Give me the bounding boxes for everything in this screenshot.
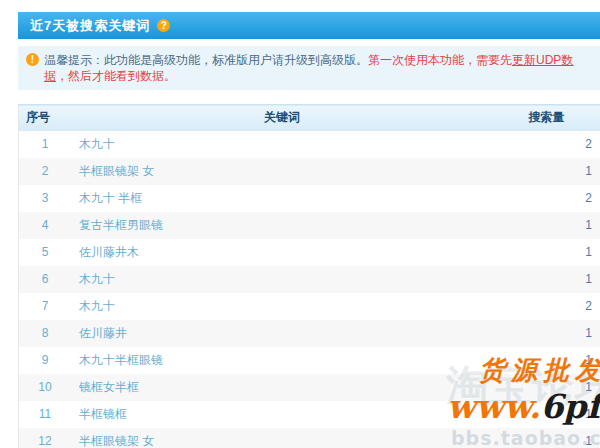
table-row: 9 木九十半框眼镜 1 <box>19 347 600 374</box>
table-row: 6 木九十 1 <box>19 266 600 293</box>
table-row: 5 佐川藤井木 1 <box>19 239 600 266</box>
row-index: 12 <box>19 428 72 448</box>
row-index: 6 <box>19 266 72 293</box>
search-volume: 2 <box>493 185 600 212</box>
row-index: 1 <box>19 131 72 158</box>
row-index: 10 <box>19 374 72 401</box>
row-index: 8 <box>19 320 72 347</box>
search-volume: 1 <box>493 239 600 266</box>
keyword-link[interactable]: 木九十 <box>79 299 115 313</box>
keyword-link[interactable]: 木九十 <box>79 272 115 286</box>
row-index: 4 <box>19 212 72 239</box>
search-volume: 1 <box>493 266 600 293</box>
search-volume: 2 <box>493 293 600 320</box>
table-row: 11 半框镜框 1 <box>19 401 600 428</box>
search-volume: 1 <box>493 401 600 428</box>
table-row: 7 木九十 2 <box>19 293 600 320</box>
keyword-link[interactable]: 木九十 半框 <box>79 191 142 205</box>
notice-text: 温馨提示：此功能是高级功能，标准版用户请升级到高级版。第一次使用本功能，需要先更… <box>44 52 592 84</box>
column-header-index: 序号 <box>19 105 72 131</box>
row-index: 11 <box>19 401 72 428</box>
content-area: 近7天被搜索关键词 ? ! 温馨提示：此功能是高级功能，标准版用户请升级到高级版… <box>18 12 600 448</box>
notice-text-red: 第一次使用本功能，需要先 <box>368 53 512 67</box>
warning-icon: ! <box>26 53 39 66</box>
keyword-link[interactable]: 镜框女半框 <box>79 380 139 394</box>
table-row: 4 复古半框男眼镜 1 <box>19 212 600 239</box>
notice-bar: ! 温馨提示：此功能是高级功能，标准版用户请升级到高级版。第一次使用本功能，需要… <box>18 46 600 90</box>
keyword-link[interactable]: 木九十 <box>79 137 115 151</box>
table-row: 1 木九十 2 <box>19 131 600 158</box>
help-icon[interactable]: ? <box>157 19 170 32</box>
keyword-link[interactable]: 佐川藤井木 <box>79 245 139 259</box>
keyword-link[interactable]: 佐川藤井 <box>79 326 127 340</box>
table-header-row: 序号 关键词 搜索量 <box>19 105 600 131</box>
row-index: 7 <box>19 293 72 320</box>
page-title: 近7天被搜索关键词 <box>30 17 150 35</box>
row-index: 2 <box>19 158 72 185</box>
column-header-volume: 搜索量 <box>493 105 600 131</box>
panel-titlebar: 近7天被搜索关键词 ? <box>18 12 600 39</box>
row-index: 9 <box>19 347 72 374</box>
row-index: 3 <box>19 185 72 212</box>
keywords-table: 序号 关键词 搜索量 1 木九十 2 2 半框眼镜架 女 1 3 木九十 半框 … <box>18 104 600 448</box>
keyword-link[interactable]: 半框镜框 <box>79 407 127 421</box>
column-header-keyword: 关键词 <box>71 105 493 131</box>
table-row: 2 半框眼镜架 女 1 <box>19 158 600 185</box>
table-body: 1 木九十 2 2 半框眼镜架 女 1 3 木九十 半框 2 4 复古半框男眼镜… <box>19 131 600 448</box>
search-volume: 1 <box>493 347 600 374</box>
table-row: 10 镜框女半框 1 <box>19 374 600 401</box>
search-volume: 1 <box>493 374 600 401</box>
search-volume: 1 <box>493 428 600 448</box>
keyword-link[interactable]: 木九十半框眼镜 <box>79 353 163 367</box>
table-row: 12 半框眼镜架 女 1 <box>19 428 600 448</box>
table-row: 3 木九十 半框 2 <box>19 185 600 212</box>
search-volume: 1 <box>493 158 600 185</box>
keyword-link[interactable]: 复古半框男眼镜 <box>79 218 163 232</box>
keyword-link[interactable]: 半框眼镜架 女 <box>79 164 154 178</box>
search-volume: 2 <box>493 131 600 158</box>
row-index: 5 <box>19 239 72 266</box>
search-volume: 1 <box>493 212 600 239</box>
notice-text-normal: 温馨提示：此功能是高级功能，标准版用户请升级到高级版。 <box>44 53 368 67</box>
search-volume: 1 <box>493 320 600 347</box>
table-row: 8 佐川藤井 1 <box>19 320 600 347</box>
notice-text-red-after: ，然后才能看到数据。 <box>56 69 176 83</box>
keyword-link[interactable]: 半框眼镜架 女 <box>79 434 154 448</box>
